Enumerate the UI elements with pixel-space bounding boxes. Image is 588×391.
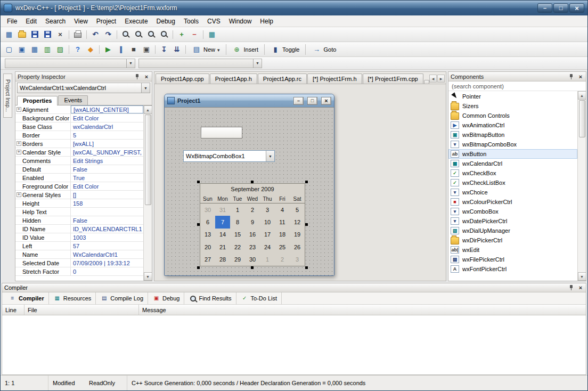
toolbar-button[interactable]: ▦ bbox=[3, 28, 15, 41]
toolbar-button[interactable]: + bbox=[175, 28, 188, 41]
component-item[interactable]: A wxFontPickerCtrl bbox=[448, 264, 577, 274]
close-button[interactable] bbox=[569, 3, 584, 13]
output-tab[interactable]: ✓ To-Do List bbox=[236, 292, 282, 304]
component-item[interactable]: wxDirPickerCtrl bbox=[448, 235, 577, 245]
expand-icon[interactable] bbox=[17, 150, 21, 154]
toolbar-button[interactable]: ▥ bbox=[41, 43, 54, 56]
property-value[interactable]: 158 bbox=[71, 199, 143, 207]
toolbar-button[interactable]: ? bbox=[71, 43, 84, 56]
output-tab[interactable]: ≡ Compiler bbox=[4, 292, 49, 304]
column-message[interactable]: Message bbox=[139, 305, 586, 315]
toolbar-button[interactable]: ▶ bbox=[102, 43, 115, 56]
menu-item[interactable]: Edit bbox=[21, 16, 41, 27]
tab-scroll-right-button[interactable] bbox=[437, 75, 445, 83]
selection-handle[interactable] bbox=[305, 181, 308, 183]
toolbar-button[interactable] bbox=[132, 28, 145, 41]
editor-tab[interactable]: Project1App.rc bbox=[258, 74, 307, 84]
property-value[interactable]: 57 bbox=[71, 242, 143, 250]
output-tab[interactable]: ▤ Compile Log bbox=[96, 292, 148, 304]
component-item[interactable]: ▶ wxAnimationCtrl bbox=[448, 120, 577, 130]
component-item[interactable]: ▦ wxCalendarCtrl bbox=[448, 159, 577, 168]
component-item[interactable]: ▤ wxFilePickerCtrl bbox=[448, 255, 577, 264]
minimize-button[interactable] bbox=[537, 3, 552, 13]
scroll-down-button[interactable] bbox=[578, 272, 586, 281]
property-row[interactable]: Left 57 bbox=[15, 242, 143, 250]
property-row[interactable]: Borders [wxALL] bbox=[15, 140, 143, 148]
calendar-control[interactable]: September 2009 SunMonTueWedThuFriSat 303… bbox=[200, 183, 305, 266]
component-search-input[interactable]: (search component) bbox=[448, 82, 586, 91]
component-item[interactable]: ▧ wxDialUpManager bbox=[448, 226, 577, 235]
property-value[interactable]: Edit Color bbox=[71, 114, 143, 122]
menu-item[interactable]: Project bbox=[92, 16, 120, 27]
component-item[interactable]: ✓ wxCheckBox bbox=[448, 168, 577, 178]
pin-icon[interactable] bbox=[568, 284, 575, 291]
property-row[interactable]: ID Value 1003 bbox=[15, 233, 143, 242]
property-value[interactable]: Edit Color bbox=[71, 182, 143, 190]
property-value[interactable]: 07/09/2009 | 19:33:12 bbox=[71, 259, 143, 267]
menu-item[interactable]: Execute bbox=[120, 16, 152, 27]
menu-item[interactable]: Tools bbox=[179, 16, 203, 27]
component-item[interactable]: Common Controls bbox=[448, 111, 577, 120]
pin-icon[interactable] bbox=[568, 74, 575, 80]
toolbar-button[interactable]: ▣ bbox=[140, 43, 153, 56]
selection-handle[interactable] bbox=[305, 266, 308, 269]
property-value[interactable]: 5 bbox=[71, 131, 143, 139]
property-row[interactable]: Height 158 bbox=[15, 199, 143, 208]
column-file[interactable]: File bbox=[24, 305, 139, 315]
property-value[interactable]: WxCalendarCtrl1 bbox=[71, 250, 143, 258]
property-value[interactable]: [wxALIGN_CENTER] bbox=[71, 105, 143, 113]
output-tab[interactable]: ▣ Debug bbox=[148, 292, 184, 304]
toolbar-button[interactable]: ↧ bbox=[158, 43, 170, 56]
menu-item[interactable]: Window bbox=[225, 16, 256, 27]
toolbar-button[interactable]: ◆ bbox=[84, 43, 97, 56]
form-minimize-button[interactable] bbox=[293, 97, 304, 105]
column-line[interactable]: Line bbox=[2, 305, 24, 315]
editor-tab[interactable]: Project1App.h bbox=[210, 74, 257, 84]
scroll-down-button[interactable] bbox=[144, 272, 152, 281]
close-icon[interactable] bbox=[577, 74, 584, 80]
menu-item[interactable]: File bbox=[3, 16, 21, 27]
toolbar-button[interactable]: − bbox=[188, 28, 201, 41]
property-row[interactable]: Calendar Style [wxCAL_SUNDAY_FIRST, bbox=[15, 148, 143, 157]
property-value[interactable]: 1003 bbox=[71, 233, 143, 241]
property-value[interactable]: False bbox=[71, 165, 143, 173]
maximize-button[interactable] bbox=[553, 3, 568, 13]
selection-handle[interactable] bbox=[305, 223, 308, 226]
form-maximize-button[interactable] bbox=[307, 97, 317, 105]
property-value[interactable]: wxCalendarCtrl bbox=[71, 123, 143, 131]
close-icon[interactable] bbox=[577, 284, 584, 291]
form-close-button[interactable] bbox=[321, 97, 331, 105]
toolbar-button[interactable] bbox=[15, 28, 28, 41]
toolbar-button[interactable]: ▨ bbox=[54, 43, 67, 56]
component-item[interactable]: ▾ wxBitmapComboBox bbox=[448, 140, 577, 149]
property-value[interactable]: [wxCAL_SUNDAY_FIRST, bbox=[71, 148, 143, 156]
property-value[interactable] bbox=[71, 208, 143, 216]
property-value[interactable]: False bbox=[71, 216, 143, 224]
expand-icon[interactable] bbox=[17, 141, 21, 146]
property-row[interactable]: Alignment [wxALIGN_CENTER] bbox=[15, 105, 143, 114]
toolbar-button[interactable] bbox=[41, 28, 54, 41]
chevron-down-icon[interactable] bbox=[141, 83, 150, 93]
components-scrollbar[interactable] bbox=[577, 91, 586, 281]
object-selector-combo[interactable]: WxCalendarCtrl1:wxCalendarCtrl bbox=[17, 83, 150, 93]
pin-icon[interactable] bbox=[134, 74, 141, 80]
tab-events[interactable]: Events bbox=[58, 95, 88, 105]
output-tab[interactable]: Find Results bbox=[184, 292, 236, 304]
property-row[interactable]: Hidden False bbox=[15, 216, 143, 225]
property-row[interactable]: Foreground Color Edit Color bbox=[15, 182, 143, 191]
property-value[interactable]: True bbox=[71, 174, 143, 182]
toggle-button[interactable]: Toggle bbox=[267, 43, 303, 56]
toolbar-button[interactable] bbox=[71, 28, 84, 41]
property-row[interactable]: Help Text bbox=[15, 208, 143, 216]
property-row[interactable]: Comments Edit Strings bbox=[15, 157, 143, 165]
property-row[interactable]: Background Color Edit Color bbox=[15, 114, 143, 123]
property-row[interactable]: Selected Date 07/09/2009 | 19:33:12 bbox=[15, 259, 143, 267]
component-item[interactable]: ✓ wxCheckListBox bbox=[448, 178, 577, 188]
property-grid-scrollbar[interactable] bbox=[143, 105, 152, 281]
property-value[interactable]: Edit Strings bbox=[71, 157, 143, 165]
property-value[interactable]: [] bbox=[71, 191, 143, 199]
toolbar-button[interactable]: ⇊ bbox=[170, 43, 183, 56]
editor-tab[interactable]: [*] Project1Frm.h bbox=[307, 74, 362, 84]
scrollbar-thumb[interactable] bbox=[145, 115, 151, 205]
property-row[interactable]: General Styles [] bbox=[15, 191, 143, 199]
